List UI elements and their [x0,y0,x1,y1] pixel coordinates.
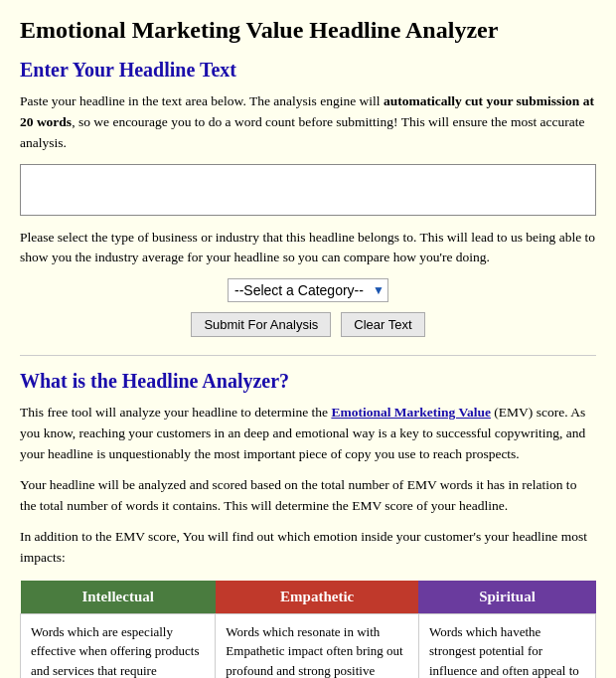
submit-button[interactable]: Submit For Analysis [191,312,331,337]
spiritual-description: Words which havethe strongest potential … [418,613,595,678]
industry-note-text: Please select the type of business or in… [20,228,596,269]
intellectual-description: Words which are especially effective whe… [21,613,216,678]
buttons-row: Submit For Analysis Clear Text [20,312,596,337]
section1-heading: Enter Your Headline Text [20,59,596,82]
category-select-wrapper: --Select a Category-- Automotive Beauty … [228,278,388,302]
page-title: Emotional Marketing Value Headline Analy… [20,16,596,45]
spiritual-header: Spiritual [418,581,595,614]
section-divider [20,355,596,356]
emv-link[interactable]: Emotional Marketing Value [331,405,491,420]
intellectual-header: Intellectual [21,581,216,614]
emotion-table: Intellectual Empathetic Spiritual Words … [20,581,596,678]
section2-para3: In addition to the EMV score, You will f… [20,527,596,569]
empathetic-header: Empathetic [216,581,419,614]
empathetic-description: Words which resonate in with Empathetic … [216,613,419,678]
clear-button[interactable]: Clear Text [341,312,424,337]
description-text: Paste your headline in the text area bel… [20,91,596,154]
category-row: --Select a Category-- Automotive Beauty … [20,278,596,302]
section2-para1: This free tool will analyze your headlin… [20,403,596,465]
category-select[interactable]: --Select a Category-- Automotive Beauty … [228,278,388,302]
section2-para2: Your headline will be analyzed and score… [20,475,596,517]
headline-textarea[interactable] [20,164,596,216]
section2-heading: What is the Headline Analyzer? [20,370,596,393]
